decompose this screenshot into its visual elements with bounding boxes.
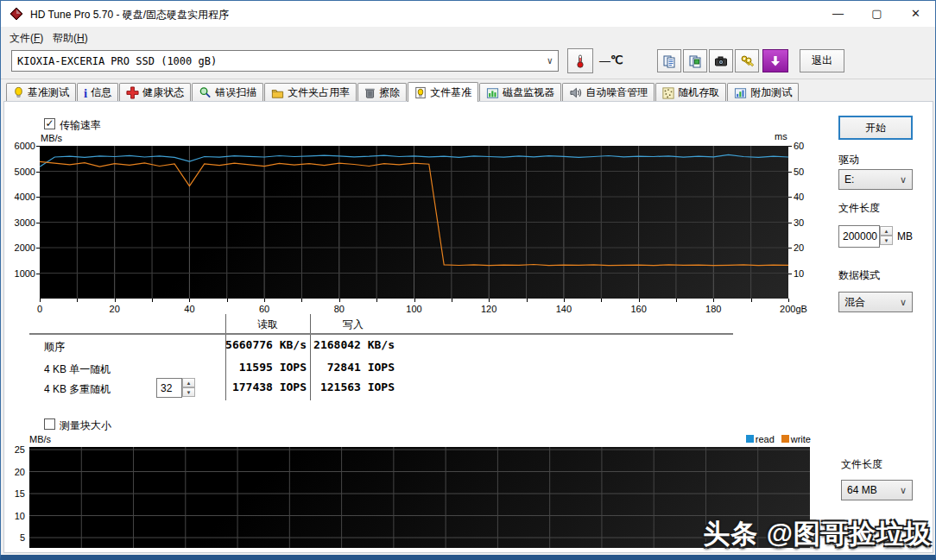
tab-health[interactable]: 健康状态	[119, 83, 191, 102]
transfer-rate-checkbox[interactable]: ✓	[44, 118, 55, 129]
drive-selector-value: KIOXIA-EXCERIA PRO SSD (1000 gB)	[17, 55, 217, 67]
keys-icon	[740, 54, 754, 68]
watermark: 头条 @图哥捡垃圾	[703, 516, 932, 552]
app-window: HD Tune Pro 5.70 - 硬盘/固态硬盘实用程序 — ▢ ✕ 文件(…	[0, 0, 936, 560]
noise-management-icon	[569, 86, 582, 99]
benchmark-icon	[13, 86, 24, 99]
file-length2-dropdown[interactable]: 64 MB∨	[841, 480, 913, 500]
block-size-checkbox[interactable]	[44, 418, 55, 430]
chevron-down-icon: ∨	[900, 485, 907, 496]
tab-random-access[interactable]: 随机存取	[655, 83, 726, 102]
camera-icon	[714, 54, 728, 68]
spin-up-icon[interactable]: ▲	[182, 378, 195, 387]
save-report-button[interactable]	[762, 49, 788, 72]
tab-benchmark[interactable]: 基准测试	[6, 83, 76, 102]
window-title: HD Tune Pro 5.70 - 硬盘/固态硬盘实用程序	[30, 8, 229, 22]
row-4k-single-read: 11595 IOPS	[218, 361, 307, 374]
queue-depth-input[interactable]: 32	[156, 378, 182, 398]
read-color-swatch	[746, 435, 754, 443]
drive-label: 驱动	[838, 153, 859, 167]
data-mode-label: 数据模式	[838, 268, 880, 283]
disk-monitor-icon	[486, 87, 499, 99]
copy-text-button[interactable]	[657, 49, 681, 72]
row-4k-multi-label: 4 KB 多重随机	[44, 382, 111, 397]
tab-file-benchmark[interactable]: 文件基准	[408, 82, 478, 102]
copy-image-button[interactable]	[683, 49, 707, 72]
error-scan-icon	[199, 86, 212, 99]
info-icon: i	[84, 87, 87, 99]
minimize-button[interactable]: —	[819, 1, 857, 26]
file-benchmark-icon	[414, 86, 427, 99]
chevron-down-icon: ∨	[900, 297, 907, 308]
title-bar: HD Tune Pro 5.70 - 硬盘/固态硬盘实用程序 — ▢ ✕	[1, 1, 935, 27]
maximize-button[interactable]: ▢	[857, 1, 896, 26]
drive-selector[interactable]: KIOXIA-EXCERIA PRO SSD (1000 gB) ∨	[11, 50, 559, 72]
tab-info[interactable]: i 信息	[77, 83, 118, 102]
chart1-y-unit: MB/s	[41, 133, 62, 143]
block-size-label: 测量块大小	[60, 418, 111, 433]
file-length-input[interactable]: 200000	[838, 225, 880, 248]
table-header-write: 写入	[312, 318, 395, 332]
transfer-rate-chart	[40, 146, 788, 299]
write-color-swatch	[781, 435, 789, 443]
toolbar-separator	[1, 79, 935, 79]
chart1-y2-unit: ms	[775, 131, 787, 142]
erase-icon	[364, 86, 376, 99]
tab-bar: 基准测试 i 信息 健康状态 错误扫描 文件夹占用率 擦除 文件基准 磁盘监视器	[6, 82, 800, 102]
tab-noise-management[interactable]: 自动噪音管理	[562, 83, 655, 102]
temperature-value: —	[599, 54, 610, 67]
tab-erase[interactable]: 擦除	[357, 83, 407, 102]
toolbar: KIOXIA-EXCERIA PRO SSD (1000 gB) ∨ — ℃	[1, 46, 935, 79]
row-sequential-write: 2168042 KB/s	[312, 338, 395, 351]
start-button[interactable]: 开始	[838, 116, 913, 140]
tab-extra-tests[interactable]: 附加测试	[727, 83, 799, 102]
folder-usage-icon	[271, 87, 284, 99]
spin-down-icon[interactable]: ▼	[880, 236, 893, 245]
temperature-unit: ℃	[610, 53, 623, 66]
menu-bar: 文件(F) 帮助(H)	[1, 27, 935, 46]
tab-error-scan[interactable]: 错误扫描	[192, 83, 263, 102]
tab-folder-usage[interactable]: 文件夹占用率	[264, 83, 357, 102]
drive-dropdown[interactable]: E:∨	[838, 169, 913, 190]
row-4k-single-write: 72841 IOPS	[312, 361, 395, 374]
file-length2-label: 文件长度	[841, 457, 882, 472]
chart2-y-unit: MB/s	[29, 434, 51, 444]
spin-down-icon[interactable]: ▼	[182, 387, 195, 397]
row-4k-single-label: 4 KB 单一随机	[44, 362, 111, 377]
row-sequential-read: 5660776 KB/s	[218, 338, 307, 351]
tab-disk-monitor[interactable]: 磁盘监视器	[479, 83, 561, 102]
row-4k-multi-write: 121563 IOPS	[312, 381, 395, 393]
chevron-down-icon: ∨	[900, 174, 907, 186]
options-button[interactable]	[735, 49, 759, 72]
temperature-button[interactable]	[567, 48, 593, 73]
screenshot-button[interactable]	[709, 49, 733, 72]
row-sequential-label: 顺序	[44, 340, 65, 355]
file-length-label: 文件长度	[838, 201, 880, 216]
menu-file[interactable]: 文件(F)	[4, 29, 48, 47]
chevron-down-icon: ∨	[547, 55, 553, 66]
queue-depth-spinner: ▲ ▼	[182, 378, 195, 397]
copy-image-icon	[688, 54, 702, 68]
thermometer-icon	[573, 54, 587, 68]
close-button[interactable]: ✕	[896, 1, 935, 26]
transfer-rate-label: 传输速率	[60, 118, 101, 133]
table-header-rule	[29, 333, 733, 335]
save-report-icon	[768, 54, 782, 68]
app-logo-icon	[9, 7, 23, 21]
random-access-icon	[662, 87, 674, 99]
block-size-chart	[29, 447, 810, 548]
menu-help[interactable]: 帮助(H)	[47, 29, 93, 47]
exit-button[interactable]: 退出	[800, 49, 844, 72]
data-mode-dropdown[interactable]: 混合∨	[838, 292, 913, 312]
row-4k-multi-read: 177438 IOPS	[218, 381, 307, 393]
file-length-unit: MB	[897, 230, 913, 242]
table-header-read: 读取	[227, 318, 308, 332]
extra-tests-icon	[734, 87, 747, 99]
copy-text-icon	[662, 54, 676, 68]
legend-write: write	[781, 434, 811, 444]
health-icon	[126, 86, 139, 99]
spin-up-icon[interactable]: ▲	[880, 226, 893, 236]
legend-read: read	[746, 434, 775, 444]
file-length-spinner: ▲ ▼	[880, 226, 893, 245]
chart2-legend: read write	[746, 434, 811, 444]
